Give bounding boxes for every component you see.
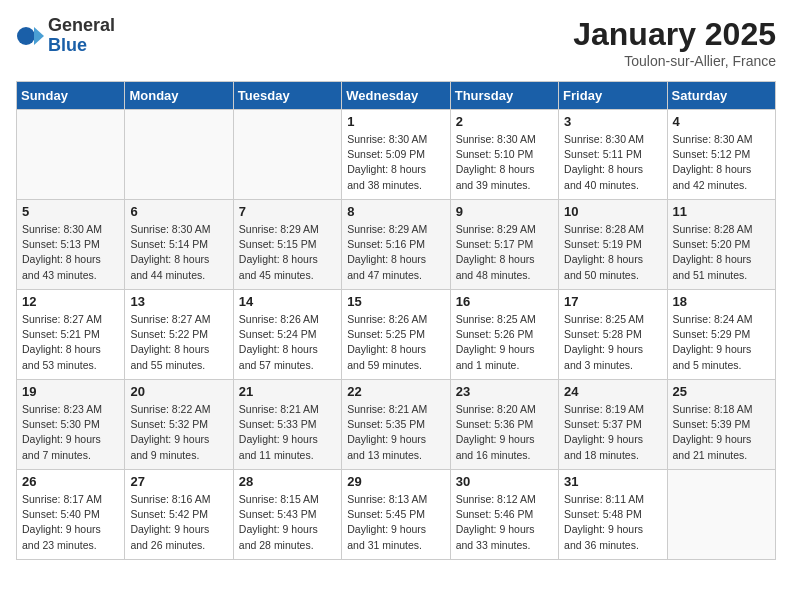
day-info: Sunrise: 8:12 AM Sunset: 5:46 PM Dayligh… <box>456 492 553 553</box>
day-number: 9 <box>456 204 553 219</box>
day-info: Sunrise: 8:24 AM Sunset: 5:29 PM Dayligh… <box>673 312 770 373</box>
calendar-cell: 23Sunrise: 8:20 AM Sunset: 5:36 PM Dayli… <box>450 380 558 470</box>
day-number: 5 <box>22 204 119 219</box>
location: Toulon-sur-Allier, France <box>573 53 776 69</box>
day-number: 2 <box>456 114 553 129</box>
day-number: 26 <box>22 474 119 489</box>
day-info: Sunrise: 8:30 AM Sunset: 5:09 PM Dayligh… <box>347 132 444 193</box>
calendar-cell: 19Sunrise: 8:23 AM Sunset: 5:30 PM Dayli… <box>17 380 125 470</box>
calendar-cell: 26Sunrise: 8:17 AM Sunset: 5:40 PM Dayli… <box>17 470 125 560</box>
calendar-cell: 20Sunrise: 8:22 AM Sunset: 5:32 PM Dayli… <box>125 380 233 470</box>
day-number: 19 <box>22 384 119 399</box>
week-row-1: 1Sunrise: 8:30 AM Sunset: 5:09 PM Daylig… <box>17 110 776 200</box>
day-info: Sunrise: 8:26 AM Sunset: 5:24 PM Dayligh… <box>239 312 336 373</box>
day-number: 11 <box>673 204 770 219</box>
calendar-table: SundayMondayTuesdayWednesdayThursdayFrid… <box>16 81 776 560</box>
day-number: 14 <box>239 294 336 309</box>
day-number: 10 <box>564 204 661 219</box>
calendar-cell: 27Sunrise: 8:16 AM Sunset: 5:42 PM Dayli… <box>125 470 233 560</box>
weekday-header-row: SundayMondayTuesdayWednesdayThursdayFrid… <box>17 82 776 110</box>
day-number: 31 <box>564 474 661 489</box>
day-number: 7 <box>239 204 336 219</box>
day-number: 29 <box>347 474 444 489</box>
day-info: Sunrise: 8:29 AM Sunset: 5:15 PM Dayligh… <box>239 222 336 283</box>
weekday-header-friday: Friday <box>559 82 667 110</box>
day-info: Sunrise: 8:30 AM Sunset: 5:14 PM Dayligh… <box>130 222 227 283</box>
calendar-cell: 12Sunrise: 8:27 AM Sunset: 5:21 PM Dayli… <box>17 290 125 380</box>
day-info: Sunrise: 8:13 AM Sunset: 5:45 PM Dayligh… <box>347 492 444 553</box>
calendar-cell: 29Sunrise: 8:13 AM Sunset: 5:45 PM Dayli… <box>342 470 450 560</box>
month-title: January 2025 <box>573 16 776 53</box>
day-number: 13 <box>130 294 227 309</box>
calendar-cell <box>233 110 341 200</box>
day-info: Sunrise: 8:15 AM Sunset: 5:43 PM Dayligh… <box>239 492 336 553</box>
calendar-cell: 1Sunrise: 8:30 AM Sunset: 5:09 PM Daylig… <box>342 110 450 200</box>
day-info: Sunrise: 8:29 AM Sunset: 5:16 PM Dayligh… <box>347 222 444 283</box>
day-info: Sunrise: 8:30 AM Sunset: 5:13 PM Dayligh… <box>22 222 119 283</box>
day-info: Sunrise: 8:22 AM Sunset: 5:32 PM Dayligh… <box>130 402 227 463</box>
calendar-cell: 14Sunrise: 8:26 AM Sunset: 5:24 PM Dayli… <box>233 290 341 380</box>
day-info: Sunrise: 8:25 AM Sunset: 5:26 PM Dayligh… <box>456 312 553 373</box>
calendar-cell: 15Sunrise: 8:26 AM Sunset: 5:25 PM Dayli… <box>342 290 450 380</box>
day-info: Sunrise: 8:11 AM Sunset: 5:48 PM Dayligh… <box>564 492 661 553</box>
title-block: January 2025 Toulon-sur-Allier, France <box>573 16 776 69</box>
calendar-cell: 11Sunrise: 8:28 AM Sunset: 5:20 PM Dayli… <box>667 200 775 290</box>
calendar-cell: 4Sunrise: 8:30 AM Sunset: 5:12 PM Daylig… <box>667 110 775 200</box>
day-info: Sunrise: 8:23 AM Sunset: 5:30 PM Dayligh… <box>22 402 119 463</box>
calendar-cell: 2Sunrise: 8:30 AM Sunset: 5:10 PM Daylig… <box>450 110 558 200</box>
day-info: Sunrise: 8:28 AM Sunset: 5:20 PM Dayligh… <box>673 222 770 283</box>
day-info: Sunrise: 8:27 AM Sunset: 5:21 PM Dayligh… <box>22 312 119 373</box>
day-number: 12 <box>22 294 119 309</box>
day-info: Sunrise: 8:27 AM Sunset: 5:22 PM Dayligh… <box>130 312 227 373</box>
day-number: 16 <box>456 294 553 309</box>
day-number: 24 <box>564 384 661 399</box>
calendar-cell: 30Sunrise: 8:12 AM Sunset: 5:46 PM Dayli… <box>450 470 558 560</box>
day-number: 15 <box>347 294 444 309</box>
day-number: 1 <box>347 114 444 129</box>
day-info: Sunrise: 8:21 AM Sunset: 5:33 PM Dayligh… <box>239 402 336 463</box>
day-info: Sunrise: 8:18 AM Sunset: 5:39 PM Dayligh… <box>673 402 770 463</box>
weekday-header-wednesday: Wednesday <box>342 82 450 110</box>
day-number: 22 <box>347 384 444 399</box>
calendar-cell: 16Sunrise: 8:25 AM Sunset: 5:26 PM Dayli… <box>450 290 558 380</box>
calendar-cell: 22Sunrise: 8:21 AM Sunset: 5:35 PM Dayli… <box>342 380 450 470</box>
day-number: 25 <box>673 384 770 399</box>
day-info: Sunrise: 8:17 AM Sunset: 5:40 PM Dayligh… <box>22 492 119 553</box>
weekday-header-tuesday: Tuesday <box>233 82 341 110</box>
day-info: Sunrise: 8:30 AM Sunset: 5:12 PM Dayligh… <box>673 132 770 193</box>
calendar-cell: 31Sunrise: 8:11 AM Sunset: 5:48 PM Dayli… <box>559 470 667 560</box>
calendar-cell <box>667 470 775 560</box>
week-row-2: 5Sunrise: 8:30 AM Sunset: 5:13 PM Daylig… <box>17 200 776 290</box>
day-number: 17 <box>564 294 661 309</box>
day-info: Sunrise: 8:26 AM Sunset: 5:25 PM Dayligh… <box>347 312 444 373</box>
svg-marker-1 <box>34 27 44 45</box>
day-number: 27 <box>130 474 227 489</box>
svg-point-0 <box>17 27 35 45</box>
logo-blue-text: Blue <box>48 36 115 56</box>
calendar-cell: 25Sunrise: 8:18 AM Sunset: 5:39 PM Dayli… <box>667 380 775 470</box>
calendar-cell: 24Sunrise: 8:19 AM Sunset: 5:37 PM Dayli… <box>559 380 667 470</box>
day-number: 4 <box>673 114 770 129</box>
calendar-cell: 18Sunrise: 8:24 AM Sunset: 5:29 PM Dayli… <box>667 290 775 380</box>
logo-general-text: General <box>48 16 115 36</box>
page-header: General Blue January 2025 Toulon-sur-All… <box>16 16 776 69</box>
day-number: 28 <box>239 474 336 489</box>
week-row-3: 12Sunrise: 8:27 AM Sunset: 5:21 PM Dayli… <box>17 290 776 380</box>
day-info: Sunrise: 8:21 AM Sunset: 5:35 PM Dayligh… <box>347 402 444 463</box>
week-row-5: 26Sunrise: 8:17 AM Sunset: 5:40 PM Dayli… <box>17 470 776 560</box>
calendar-cell: 6Sunrise: 8:30 AM Sunset: 5:14 PM Daylig… <box>125 200 233 290</box>
day-number: 21 <box>239 384 336 399</box>
weekday-header-saturday: Saturday <box>667 82 775 110</box>
day-info: Sunrise: 8:16 AM Sunset: 5:42 PM Dayligh… <box>130 492 227 553</box>
weekday-header-thursday: Thursday <box>450 82 558 110</box>
day-number: 18 <box>673 294 770 309</box>
weekday-header-monday: Monday <box>125 82 233 110</box>
day-number: 8 <box>347 204 444 219</box>
weekday-header-sunday: Sunday <box>17 82 125 110</box>
calendar-cell: 7Sunrise: 8:29 AM Sunset: 5:15 PM Daylig… <box>233 200 341 290</box>
day-number: 23 <box>456 384 553 399</box>
calendar-cell: 5Sunrise: 8:30 AM Sunset: 5:13 PM Daylig… <box>17 200 125 290</box>
logo-icon <box>16 22 44 50</box>
calendar-cell: 21Sunrise: 8:21 AM Sunset: 5:33 PM Dayli… <box>233 380 341 470</box>
calendar-cell: 3Sunrise: 8:30 AM Sunset: 5:11 PM Daylig… <box>559 110 667 200</box>
